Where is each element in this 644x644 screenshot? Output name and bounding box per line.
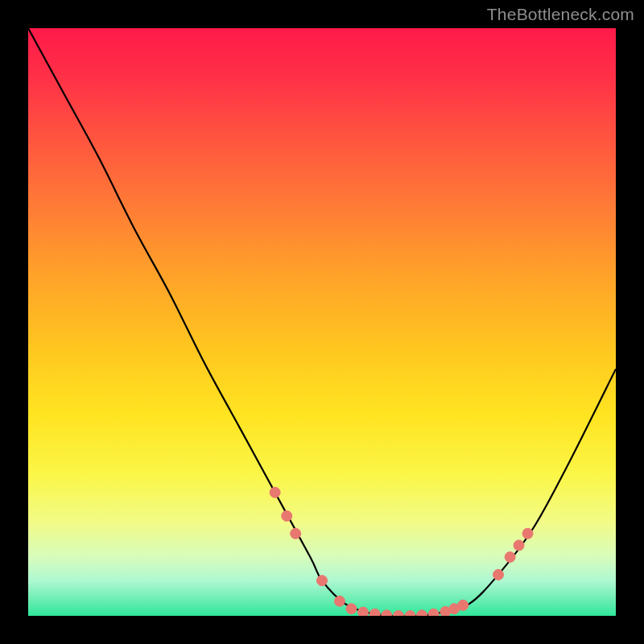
curve-marker [458,600,469,610]
curve-marker [282,510,292,521]
curve-marker [358,607,369,616]
curve-marker [270,487,280,497]
curve-marker [382,610,392,616]
bottleneck-curve-line [28,28,616,616]
curve-marker [369,609,380,616]
plot-gradient-area [28,28,616,616]
chart-svg [28,28,616,616]
curve-marker [291,528,301,539]
curve-marker [428,609,439,616]
curve-marker [346,604,357,614]
outer-frame: TheBottleneck.com [0,0,644,644]
curve-marker [514,540,524,551]
curve-marker [493,569,504,580]
curve-marker [393,611,403,617]
curve-marker [405,611,415,617]
curve-marker [334,596,345,606]
curve-marker [417,610,427,616]
curve-markers [270,487,533,616]
curve-marker [505,552,515,563]
curve-marker [522,528,533,539]
curve-marker [317,576,328,586]
watermark-text: TheBottleneck.com [487,5,634,24]
